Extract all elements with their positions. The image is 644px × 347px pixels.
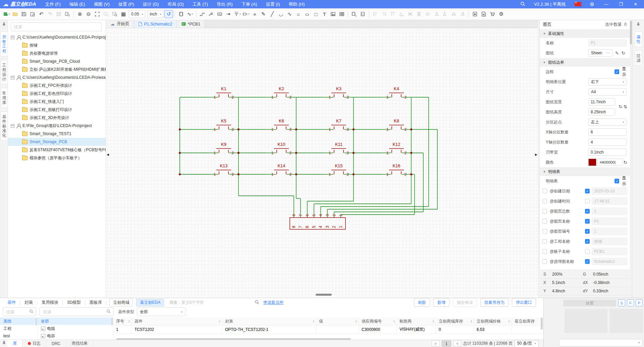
toolbar-bezier-icon[interactable]: ∿ bbox=[285, 10, 294, 18]
system-category-test[interactable]: test bbox=[0, 332, 38, 340]
prop-input-图纸宽度[interactable]: 11.7inch bbox=[588, 98, 615, 106]
status-tab-DRC[interactable]: DRC bbox=[46, 340, 66, 347]
part-category-全部[interactable]: 全部 bbox=[38, 317, 113, 325]
toolbar-order-cart-icon[interactable] bbox=[488, 10, 497, 18]
toolbar-save-all-icon[interactable] bbox=[28, 10, 37, 18]
toolbar-net-port-icon[interactable]: ▾ bbox=[241, 10, 250, 18]
toolbar-place-bus-icon[interactable] bbox=[207, 10, 215, 18]
tree-root-item[interactable]: C:\Users\Xuefeng\Documents\LCEDA-Pro\exa… bbox=[8, 73, 106, 81]
toolbar-arc-icon[interactable]: ◡ bbox=[276, 10, 285, 18]
toolbar-place-wire-icon[interactable] bbox=[198, 10, 207, 18]
prop-input-Y轴分区数量[interactable]: 4 bbox=[588, 138, 627, 146]
toolbar-line-icon[interactable]: ╱ bbox=[268, 10, 276, 18]
toolbar-symbol-wizard-icon[interactable]: 1↓ bbox=[350, 10, 359, 18]
edit-pencil-icon[interactable]: ✎ bbox=[615, 51, 619, 56]
library-tab-封装[interactable]: 封装 bbox=[20, 300, 37, 305]
library-tab-面板库[interactable]: 面板库 bbox=[86, 300, 106, 305]
toolbar-pen-icon[interactable]: ✎ bbox=[259, 10, 268, 18]
component-type-select[interactable]: 全部▾ bbox=[137, 307, 185, 316]
column-header-嘉立创库存[interactable]: 嘉立创库存▲▼ bbox=[512, 317, 543, 325]
page-size-select[interactable]: 50 条/页▾ bbox=[515, 340, 539, 347]
prop-checkbox-明细表[interactable]: ✓ bbox=[614, 179, 619, 183]
column-header-值[interactable]: 值▲▼ bbox=[316, 317, 359, 325]
attr-lead-checkbox[interactable] bbox=[542, 259, 547, 264]
section-基础属性[interactable]: ▼基础属性 bbox=[540, 29, 630, 38]
toolbar-vcc-flag-icon[interactable]: VCC▾ bbox=[233, 10, 241, 18]
tree-folder-item[interactable]: 立创·庐山派K230开发板-MIPI转HDMI扩展板 bbox=[8, 65, 106, 73]
left-tab-常用库[interactable]: 常用库 bbox=[0, 88, 8, 108]
schematic-canvas[interactable]: K112K212K312K412K512K612K712K812K912K101… bbox=[106, 28, 538, 298]
doc-tab-*PCB1[interactable]: *PCB1 bbox=[177, 20, 205, 28]
prop-checkbox-边框[interactable]: ✓ bbox=[614, 69, 619, 74]
properties-scrollbar[interactable] bbox=[630, 21, 632, 44]
table-row[interactable]: 1TCST1202OPTO-TH_TCST1202-1C3000900VISHA… bbox=[113, 326, 543, 334]
attr-show-checkbox[interactable]: ✓ bbox=[585, 259, 590, 264]
color-value-input[interactable]: #A00000( bbox=[597, 159, 623, 166]
prop-select-分区起点[interactable]: 左上▾ bbox=[588, 118, 627, 126]
menu-帮助H[interactable]: 帮助 (H) bbox=[284, 0, 309, 8]
first-page-button[interactable]: |< bbox=[432, 340, 440, 347]
toolbar-place-component-icon[interactable] bbox=[177, 10, 185, 18]
system-category-系统[interactable]: 系统 bbox=[0, 317, 38, 325]
menu-编辑E[interactable]: 编辑 (E) bbox=[65, 0, 90, 8]
attr-lead-checkbox[interactable] bbox=[542, 249, 547, 254]
menu-导出R[interactable]: 导出 (R) bbox=[212, 0, 237, 8]
refresh-icon[interactable]: ↻ bbox=[622, 51, 625, 56]
column-header-制造商[interactable]: 制造商▲▼ bbox=[397, 317, 436, 325]
attr-lead-checkbox[interactable] bbox=[542, 199, 547, 204]
source-button-立创商城[interactable]: 立创商城 bbox=[109, 299, 133, 306]
menu-文件F[interactable]: 文件 (F) bbox=[41, 0, 65, 8]
attr-show-checkbox[interactable] bbox=[585, 199, 590, 204]
column-header-封装[interactable]: 封装▲▼ bbox=[222, 317, 316, 325]
prop-input-名称[interactable]: P1 bbox=[588, 39, 627, 47]
attr-lead-checkbox[interactable] bbox=[542, 239, 547, 244]
status-tab-库[interactable]: 库 bbox=[7, 340, 22, 347]
menu-放置P[interactable]: 放置 (P) bbox=[114, 0, 139, 8]
part-category-电容[interactable]: 电容 bbox=[38, 332, 113, 340]
current-page[interactable]: 1 bbox=[442, 340, 451, 347]
attr-show-checkbox[interactable]: ✓ bbox=[585, 219, 590, 224]
left-tab-器件标准化[interactable]: 器件标准化 bbox=[0, 111, 8, 141]
menu-设计D[interactable]: 设计 (D) bbox=[139, 0, 163, 8]
right-tab-过滤[interactable]: 过滤 bbox=[635, 50, 642, 66]
prop-input-图纸高度[interactable]: 8.25inch bbox=[588, 108, 615, 116]
tree-folder-item[interactable]: 模块参照（原平衡小车板子） bbox=[8, 154, 106, 162]
preview-button-P[interactable]: P bbox=[636, 299, 643, 306]
menu-视图V[interactable]: 视图 (V) bbox=[90, 0, 114, 8]
attr-lead-checkbox[interactable] bbox=[542, 209, 547, 214]
toolbar-text-icon[interactable]: T bbox=[320, 10, 329, 18]
toolbar-library-settings-icon[interactable]: ⚙ bbox=[497, 10, 505, 18]
action-button-刷新[interactable]: 刷新 bbox=[414, 298, 430, 307]
settings-gear-icon[interactable]: ⚙ bbox=[590, 1, 594, 7]
action-button-新增[interactable]: 新增 bbox=[433, 298, 449, 307]
place-button[interactable]: 放置 bbox=[563, 300, 616, 306]
toolbar-no-connect-icon[interactable]: × bbox=[250, 10, 259, 18]
toolbar-save-icon[interactable] bbox=[19, 10, 28, 18]
library-search-input[interactable] bbox=[169, 300, 254, 305]
category-filter-input-2[interactable] bbox=[42, 309, 105, 314]
preview-button-S[interactable]: S bbox=[618, 299, 625, 306]
minimize-button[interactable]: — bbox=[603, 2, 609, 7]
tree-folder-item[interactable]: 示例工程_彩色丝印设计 bbox=[8, 90, 106, 98]
toolbar-netlist-icon[interactable]: N bbox=[479, 10, 488, 18]
pin-icon[interactable] bbox=[633, 22, 644, 28]
column-header-序号[interactable]: 序号▲▼ bbox=[113, 317, 132, 325]
tree-folder-item[interactable]: 示例工程_快速入门 bbox=[8, 98, 106, 106]
section-图纸边界[interactable]: ▼图纸边界 bbox=[540, 58, 630, 67]
menu-工具T[interactable]: 工具 (T) bbox=[188, 0, 212, 8]
collapse-right-panel-arrow[interactable]: ▶ bbox=[535, 153, 537, 156]
toolbar-grid-setting-icon[interactable]: ▦ bbox=[119, 10, 128, 18]
collapse-icon[interactable] bbox=[11, 124, 14, 128]
tree-folder-item[interactable]: Smart_Storage_PCB bbox=[8, 138, 106, 146]
menu-设置I[interactable]: 设置 (I) bbox=[262, 0, 284, 8]
toolbar-loop-rewire-icon[interactable]: ↺ bbox=[164, 10, 173, 18]
last-page-button[interactable]: >| bbox=[453, 340, 461, 347]
attr-lead-checkbox[interactable] bbox=[542, 189, 547, 193]
library-tab-器件[interactable]: 器件 bbox=[3, 300, 20, 305]
toolbar-net-label-icon[interactable]: N bbox=[215, 10, 224, 18]
tree-folder-item[interactable]: 示例工程_面板打印设计 bbox=[8, 106, 106, 114]
expand-icon[interactable] bbox=[41, 334, 45, 338]
left-tab-工程设计[interactable]: 工程设计 bbox=[0, 60, 8, 84]
tree-root-item[interactable]: C:\Users\Xuefeng\Documents\LCEDA-Pro\pro… bbox=[8, 33, 106, 41]
tree-folder-item[interactable]: 示例工程_FPC补强设计 bbox=[8, 81, 106, 90]
